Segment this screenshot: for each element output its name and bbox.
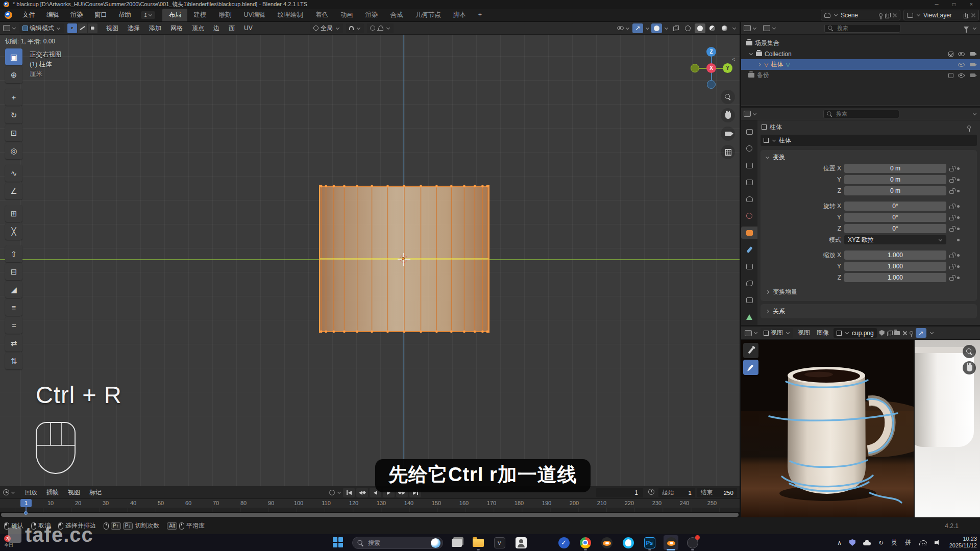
rotation-z-field[interactable]: 0° [844, 224, 946, 233]
expand-icon[interactable] [749, 52, 753, 55]
snap-dropdown[interactable] [346, 23, 364, 33]
viewport-menu-item[interactable]: 添加 [144, 22, 166, 34]
shading-solid-button[interactable] [695, 23, 705, 33]
widgets-area[interactable]: 3 今日 [4, 535, 13, 548]
animate-dot[interactable] [957, 265, 960, 268]
navigation-gizmo[interactable]: Z Y X [689, 46, 734, 91]
properties-tab[interactable] [741, 311, 757, 323]
menu-item[interactable]: 帮助 [113, 9, 137, 21]
animate-dot[interactable] [957, 179, 960, 181]
editor-type-dropdown[interactable] [3, 25, 16, 31]
window-control-button[interactable]: □ [945, 0, 963, 9]
lock-icon[interactable] [949, 168, 954, 171]
hide-eye-icon[interactable] [958, 73, 965, 78]
face-select-button[interactable] [88, 23, 97, 33]
shading-material-button[interactable] [707, 23, 718, 33]
taskbar-app-icon[interactable] [599, 535, 614, 550]
tool-button[interactable]: ◢ [5, 281, 22, 298]
image-editor-dropdown[interactable] [745, 330, 758, 336]
timeline-channel-area[interactable] [0, 508, 740, 512]
exclude-checkbox[interactable] [948, 52, 953, 57]
volume-icon[interactable] [935, 540, 941, 545]
taskbar-app-icon[interactable] [471, 535, 485, 550]
close-icon[interactable] [971, 13, 975, 17]
scale-z-field[interactable]: 1.000 [844, 273, 946, 282]
tool-button[interactable]: ↻ [5, 107, 22, 123]
taskbar-search[interactable] [352, 537, 443, 549]
animate-dot[interactable] [957, 254, 960, 257]
taskbar-app-icon[interactable] [513, 535, 528, 550]
image-view-menu[interactable]: 视图 [796, 329, 812, 337]
rotation-y-field[interactable]: 0° [844, 213, 946, 222]
workspace-tab[interactable]: + [472, 9, 488, 21]
tool-button[interactable]: ≡ [5, 299, 22, 316]
properties-tab[interactable] [741, 142, 757, 155]
viewport-menu-item[interactable]: 视图 [102, 22, 123, 34]
workspace-tab[interactable]: 雕刻 [212, 9, 237, 21]
scene-selector[interactable]: Scene [821, 10, 900, 20]
wifi-icon[interactable] [919, 540, 927, 545]
image-zoom-button[interactable] [963, 345, 976, 358]
camera-view-button[interactable] [721, 127, 735, 141]
properties-tab[interactable] [741, 193, 757, 205]
outliner-search[interactable] [824, 24, 900, 33]
outliner-row-scene-collection[interactable]: 场景集合 [741, 38, 980, 48]
animate-dot[interactable] [957, 228, 960, 230]
rotation-x-field[interactable]: 0° [844, 202, 946, 211]
window-control-button[interactable]: ─ [928, 0, 945, 9]
workspace-tab[interactable]: 几何节点 [409, 9, 447, 21]
taskbar-app-icon[interactable]: V [492, 535, 507, 550]
lock-icon[interactable] [949, 228, 954, 232]
viewport-menu-item[interactable]: 网格 [166, 22, 187, 34]
unlink-icon[interactable] [902, 331, 907, 335]
outliner-search-input[interactable] [836, 24, 897, 32]
tool-button[interactable]: ╳ [5, 223, 22, 240]
workspace-tab[interactable]: 渲染 [359, 9, 384, 21]
visibility-dropdown[interactable] [616, 23, 631, 33]
taskbar-clock[interactable]: 10:23 2025/11/12 [949, 536, 977, 549]
jump-to-start-button[interactable] [343, 488, 355, 497]
edge-select-button[interactable] [78, 23, 87, 33]
menu-item[interactable]: 编辑 [41, 9, 65, 21]
menu-item[interactable]: 渲染 [65, 9, 89, 21]
sidebar-toggle-arrow[interactable]: < [732, 56, 735, 62]
properties-tab[interactable] [741, 210, 757, 222]
new-image-icon[interactable] [887, 331, 892, 336]
tool-button[interactable]: ⊟ [5, 263, 22, 280]
ortho-toggle-button[interactable] [721, 145, 735, 159]
tool-button[interactable]: ⇧ [5, 245, 22, 262]
prev-keyframe-button[interactable] [356, 488, 368, 497]
relations-panel[interactable]: 关系 [761, 304, 977, 318]
menu-item[interactable]: 文件 [17, 9, 41, 21]
zoom-button[interactable] [721, 90, 735, 104]
workspace-tab[interactable]: 合成 [384, 9, 409, 21]
lock-icon[interactable] [949, 179, 954, 183]
animate-dot[interactable] [957, 239, 960, 241]
viewport-3d[interactable]: 切割: 1, 平滑: 0.00 正交右视图 (1) 柱体 厘米 ▣⊕+↻⊡◎∿∠… [0, 35, 740, 486]
taskbar-app-icon[interactable] [578, 535, 593, 550]
tool-button[interactable]: ≈ [5, 317, 22, 334]
properties-search-input[interactable] [835, 110, 896, 117]
playhead[interactable]: 1 [20, 499, 32, 507]
shading-wireframe-button[interactable] [682, 23, 693, 33]
location-y-field[interactable]: 0 m [844, 175, 946, 184]
render-camera-icon[interactable] [970, 63, 975, 66]
workspace-tab[interactable]: 动画 [334, 9, 359, 21]
scale-x-field[interactable]: 1.000 [844, 251, 946, 260]
gizmo-toggle[interactable]: ↗ [916, 328, 926, 338]
properties-tab[interactable] [741, 159, 757, 171]
timeline-menu-item[interactable]: 回放 [20, 486, 42, 498]
mode-dropdown[interactable]: 编辑模式 [19, 23, 64, 33]
taskbar-app-icon[interactable] [621, 535, 635, 550]
fake-user-icon[interactable] [879, 330, 885, 336]
shading-rendered-button[interactable] [719, 23, 730, 33]
tool-button[interactable]: ⊡ [5, 124, 22, 141]
animate-dot[interactable] [957, 216, 960, 219]
frame-start-field[interactable]: 起始1 [658, 488, 695, 497]
properties-tab[interactable] [741, 260, 757, 272]
pin-icon[interactable] [910, 331, 913, 335]
viewport-menu-item[interactable]: 选择 [123, 22, 144, 34]
properties-search[interactable] [823, 110, 899, 118]
annotate-tool-button[interactable] [743, 360, 758, 375]
gizmo-z-axis[interactable]: Z [706, 47, 716, 57]
